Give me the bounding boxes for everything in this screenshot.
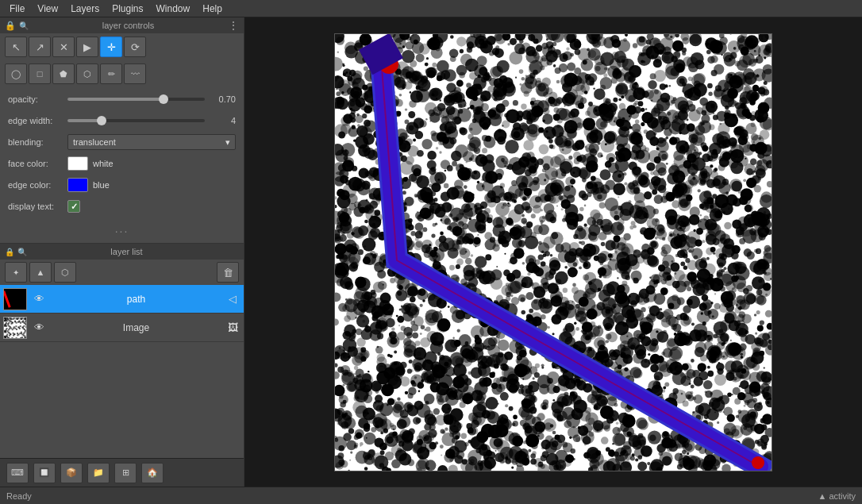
face-color-swatch-row: white (67, 156, 114, 171)
bottom-toolbar: ⌨ 🔲 📦 📁 ⊞ 🏠 (0, 458, 244, 487)
edge-width-value: 4 (208, 116, 236, 125)
layer-list-title: layer list (110, 247, 142, 256)
canvas-area (244, 17, 862, 487)
tool-row-1: ↖ ↗ ✕ ▶ ✛ ⟳ (0, 33, 244, 60)
search-icon-2: 🔍 (17, 248, 27, 256)
face-color-name: white (93, 159, 114, 168)
edge-color-row: edge color: blue (8, 176, 236, 194)
edge-color-label: edge color: (8, 180, 67, 190)
display-text-row: display text: ✓ (8, 198, 236, 215)
tool-rect[interactable]: □ (29, 63, 51, 84)
edge-width-row: edge width: 4 (8, 112, 236, 129)
blending-value: translucent (73, 137, 116, 147)
display-text-label: display text: (8, 202, 67, 211)
opacity-value: 0.70 (208, 94, 236, 104)
layer-item-image[interactable]: 👁 Image 🖼 (0, 314, 244, 342)
edge-width-thumb[interactable] (97, 116, 106, 125)
controls-more-icon[interactable]: ⋮ (228, 19, 239, 32)
opacity-label: opacity: (8, 94, 67, 104)
face-color-swatch[interactable] (67, 156, 88, 171)
canvas-wrapper (334, 33, 772, 471)
opacity-slider[interactable] (67, 93, 205, 106)
menu-plugins[interactable]: Plugins (106, 2, 149, 16)
layer-toolbar-left: ✦ ▲ ⬡ (5, 262, 76, 283)
path-thumb-graphic (4, 289, 26, 310)
edge-color-swatch[interactable] (67, 178, 88, 192)
tool-path[interactable]: 〰 (124, 63, 146, 84)
menu-file[interactable]: File (3, 2, 31, 16)
lock-icon: 🔒 (5, 21, 16, 31)
lock-icon-2: 🔒 (5, 248, 14, 256)
console-btn[interactable]: ⌨ (6, 463, 29, 483)
layer-list-header: 🔒 🔍 layer list (0, 244, 244, 260)
layer-controls-title: layer controls (102, 21, 154, 30)
layer-list-header-left: 🔒 🔍 (5, 248, 27, 256)
new-labels-layer-btn[interactable]: ⬡ (54, 262, 76, 283)
edge-color-swatch-row: blue (67, 178, 110, 192)
checkmark-icon: ✓ (71, 202, 78, 212)
menu-layers[interactable]: Layers (64, 2, 106, 16)
path-layer-type-icon: ◁ (225, 291, 241, 307)
tool-rotate[interactable]: ⟳ (124, 37, 146, 57)
menu-view[interactable]: View (31, 2, 64, 16)
blending-row: blending: translucent ▾ (8, 133, 236, 151)
layer-list-empty (0, 342, 244, 458)
face-color-row: face color: white (8, 155, 236, 172)
tool-lasso[interactable]: ⬟ (52, 63, 75, 84)
face-color-label: face color: (8, 159, 67, 168)
blending-dropdown[interactable]: translucent ▾ (67, 134, 236, 150)
display-text-checkbox[interactable]: ✓ (67, 200, 80, 213)
tool-arrow-left[interactable]: ↖ (5, 37, 27, 57)
tool-row-2: ◯ □ ⬟ ⬡ ✏ 〰 (0, 60, 244, 87)
path-layer-name: path (48, 294, 225, 305)
image-thumb-canvas (4, 317, 27, 339)
tool-close[interactable]: ✕ (52, 37, 75, 57)
opacity-fill (67, 98, 164, 101)
opacity-row: opacity: 0.70 (8, 90, 236, 108)
chevron-down-icon: ▾ (225, 137, 230, 148)
opacity-track (67, 98, 205, 101)
path-thumbnail (3, 288, 27, 310)
new-shapes-layer-btn[interactable]: ▲ (29, 262, 52, 283)
layer-toolbar-right: 🗑 (217, 262, 239, 283)
plugin-btn[interactable]: 🔲 (33, 463, 56, 483)
activity-button[interactable]: ▲ activity (818, 491, 856, 501)
edge-width-track (67, 119, 205, 122)
tool-polygon[interactable]: ⬡ (76, 63, 98, 84)
3d-btn[interactable]: 📦 (60, 463, 83, 483)
grid-btn[interactable]: ⊞ (114, 463, 137, 483)
layer-list-toolbar: ✦ ▲ ⬡ 🗑 (0, 260, 244, 285)
tool-pen[interactable]: ✏ (100, 63, 122, 84)
more-dots-btn[interactable]: ··· (0, 222, 244, 240)
display-text-checkbox-container: ✓ (67, 200, 80, 213)
main-content: 🔒 🔍 layer controls ⋮ ↖ ↗ ✕ ▶ ✛ ⟳ ◯ □ ⬟ (0, 17, 862, 487)
menu-window[interactable]: Window (150, 2, 197, 16)
new-points-layer-btn[interactable]: ✦ (5, 262, 27, 283)
tool-move[interactable]: ✛ (100, 37, 122, 57)
opacity-thumb[interactable] (159, 94, 168, 104)
status-bar: Ready ▲ activity (0, 487, 862, 504)
path-visibility-toggle[interactable]: 👁 (30, 290, 48, 308)
header-left: 🔒 🔍 (5, 21, 29, 31)
layer-item-path[interactable]: 👁 path ◁ (0, 285, 244, 314)
tool-pointer[interactable]: ▶ (76, 37, 98, 57)
tool-ellipse[interactable]: ◯ (5, 63, 27, 84)
image-thumbnail (3, 317, 27, 339)
left-panel: 🔒 🔍 layer controls ⋮ ↖ ↗ ✕ ▶ ✛ ⟳ ◯ □ ⬟ (0, 17, 244, 487)
delete-layer-btn[interactable]: 🗑 (217, 262, 239, 283)
status-ready: Ready (6, 491, 32, 501)
edge-width-label: edge width: (8, 116, 67, 125)
layer-list-section: 🔒 🔍 layer list ✦ ▲ ⬡ 🗑 (0, 244, 244, 458)
layer-controls-section: 🔒 🔍 layer controls ⋮ ↖ ↗ ✕ ▶ ✛ ⟳ ◯ □ ⬟ (0, 17, 244, 244)
menu-help[interactable]: Help (196, 2, 229, 16)
main-canvas[interactable] (334, 33, 772, 471)
edge-color-name: blue (93, 180, 110, 190)
home-btn[interactable]: 🏠 (141, 463, 164, 483)
menubar: File View Layers Plugins Window Help (0, 0, 862, 17)
image-layer-name: Image (48, 322, 225, 333)
edge-width-slider[interactable] (67, 114, 205, 127)
folder-btn[interactable]: 📁 (87, 463, 110, 483)
controls-area: opacity: 0.70 edge width: (0, 87, 244, 222)
image-visibility-toggle[interactable]: 👁 (30, 319, 48, 337)
tool-arrow-right[interactable]: ↗ (29, 37, 51, 57)
